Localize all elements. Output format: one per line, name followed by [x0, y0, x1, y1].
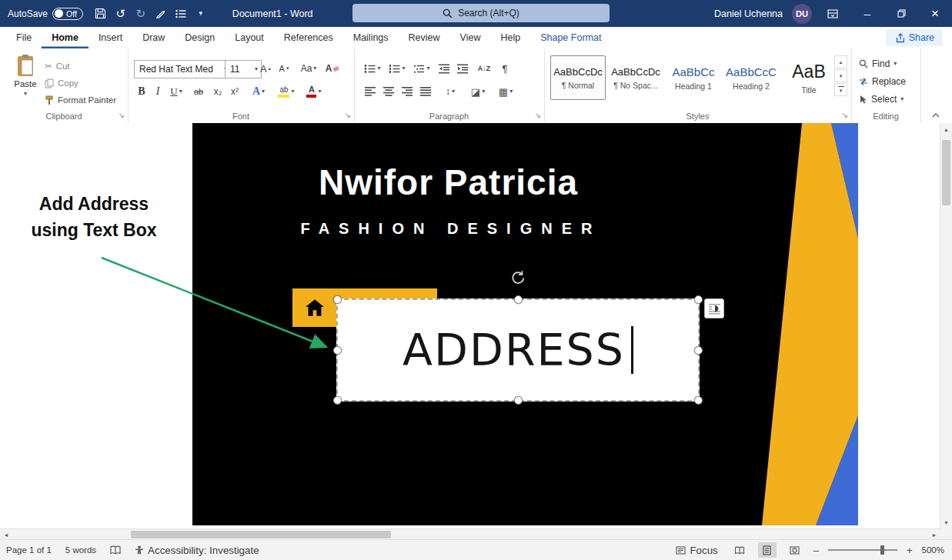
zoom-in-button[interactable]: + [907, 545, 913, 556]
scroll-left-button[interactable]: ◄ [0, 529, 12, 540]
proofing-errors-button[interactable] [110, 545, 121, 555]
style-card-normal[interactable]: AaBbCcDc ¶ Normal [550, 55, 606, 100]
qat-pen-button[interactable] [151, 4, 171, 24]
show-hide-marks-button[interactable]: ¶ [497, 60, 513, 77]
word-count[interactable]: 5 words [65, 545, 96, 555]
qat-customize-button[interactable]: ▾ [191, 4, 211, 24]
tab-references[interactable]: References [274, 27, 343, 48]
business-card-design[interactable]: Nwifor Patricia FASHION DESIGNER ADDRESS [192, 123, 858, 525]
read-mode-button[interactable] [730, 542, 749, 558]
resize-handle-middle-right[interactable] [694, 346, 703, 355]
grow-font-button[interactable]: A▴ [257, 60, 274, 77]
resize-handle-bottom-left[interactable] [333, 396, 342, 405]
page-indicator[interactable]: Page 1 of 1 [6, 545, 52, 555]
shrink-font-button[interactable]: A▾ [276, 60, 292, 77]
tab-design[interactable]: Design [175, 27, 225, 48]
clear-formatting-button[interactable]: A [323, 60, 342, 77]
tab-layout[interactable]: Layout [225, 27, 274, 48]
zoom-slider-thumb[interactable] [880, 545, 884, 555]
close-button[interactable]: × [918, 0, 952, 27]
italic-button[interactable]: I [151, 83, 165, 100]
text-effects-button[interactable]: A ▾ [248, 83, 269, 100]
font-color-button[interactable]: A ▾ [302, 83, 326, 100]
resize-handle-top-left[interactable] [333, 295, 342, 304]
select-button[interactable]: Select ▾ [859, 91, 904, 107]
sort-button[interactable]: A↓Z [474, 60, 494, 77]
avatar[interactable]: DU [792, 4, 812, 24]
font-size-select[interactable]: 11 ▾ [225, 60, 262, 78]
styles-scroll-down-button[interactable]: ▾ [834, 69, 847, 82]
qat-list-button[interactable] [171, 4, 191, 24]
align-center-button[interactable] [380, 83, 397, 100]
layout-options-button[interactable] [704, 298, 724, 318]
maximize-button[interactable] [884, 0, 918, 27]
paragraph-dialog-launcher-icon[interactable]: ↘ [535, 112, 541, 119]
scroll-up-button[interactable]: ▲ [940, 123, 952, 136]
resize-handle-top-center[interactable] [514, 295, 523, 304]
align-right-button[interactable] [399, 83, 416, 100]
share-button[interactable]: Share [886, 29, 943, 46]
horizontal-scroll-thumb[interactable] [131, 531, 391, 538]
tab-file[interactable]: File [6, 27, 42, 48]
styles-more-button[interactable]: ▾ [834, 83, 847, 96]
horizontal-scrollbar[interactable]: ◄ ► [0, 528, 940, 540]
resize-handle-top-right[interactable] [694, 295, 703, 304]
address-textbox[interactable]: ADDRESS [336, 298, 700, 402]
minimize-button[interactable]: – [850, 0, 884, 27]
zoom-slider[interactable] [828, 549, 897, 551]
zoom-out-button[interactable]: – [813, 545, 819, 556]
vertical-scrollbar[interactable]: ▲ ▼ [940, 123, 952, 529]
home-icon-box[interactable] [292, 288, 336, 327]
font-dialog-launcher-icon[interactable]: ↘ [345, 112, 351, 119]
tab-home[interactable]: Home [42, 27, 89, 48]
autosave-toggle[interactable]: AutoSave Off [8, 8, 83, 20]
subscript-button[interactable]: x₂ [209, 83, 226, 100]
cut-button[interactable]: ✂ Cut [45, 58, 70, 74]
undo-button[interactable]: ↺ [111, 4, 131, 24]
font-name-select[interactable]: Red Hat Text Med ▾ [134, 60, 231, 78]
search-input[interactable]: Search (Alt+Q) [352, 4, 610, 22]
copy-button[interactable]: Copy [45, 75, 78, 91]
scroll-right-button[interactable]: ► [928, 529, 940, 540]
web-layout-button[interactable] [786, 542, 804, 558]
tab-review[interactable]: Review [399, 27, 450, 48]
format-painter-button[interactable]: Format Painter [45, 92, 116, 108]
document-canvas[interactable]: Add Address using Text Box Nwifor Patric… [0, 123, 940, 529]
paste-button[interactable]: Paste ▾ [8, 54, 43, 109]
tab-help[interactable]: Help [490, 27, 530, 48]
style-card-no-spacing[interactable]: AaBbCcDc ¶ No Spac... [608, 55, 663, 100]
multilevel-list-button[interactable]: ▾ [411, 60, 433, 77]
zoom-level[interactable]: 500% [922, 545, 944, 555]
styles-dialog-launcher-icon[interactable]: ↘ [842, 112, 848, 119]
bold-button[interactable]: B [134, 83, 149, 100]
focus-button[interactable]: Focus [676, 545, 717, 556]
strikethrough-button[interactable]: ab [189, 83, 208, 100]
collapse-ribbon-button[interactable] [932, 113, 940, 118]
resize-handle-middle-left[interactable] [333, 346, 342, 355]
accessibility-button[interactable]: Accessibility: Investigate [135, 545, 259, 556]
clipboard-dialog-launcher-icon[interactable]: ↘ [119, 112, 125, 119]
line-spacing-button[interactable]: ↕ ▾ [439, 83, 462, 100]
redo-button[interactable]: ↻ [131, 4, 151, 24]
numbering-button[interactable]: ▾ [386, 60, 408, 77]
find-button[interactable]: Find ▾ [859, 55, 897, 72]
ribbon-display-options-button[interactable] [823, 4, 843, 24]
change-case-button[interactable]: Aa ▾ [297, 60, 320, 77]
tab-draw[interactable]: Draw [132, 27, 175, 48]
shading-button[interactable]: ◪ ▾ [466, 83, 489, 100]
bullets-button[interactable]: ▾ [362, 60, 383, 77]
highlight-color-button[interactable]: ab ▾ [274, 83, 299, 100]
rotate-handle[interactable] [509, 269, 526, 286]
tab-insert[interactable]: Insert [89, 27, 132, 48]
resize-handle-bottom-right[interactable] [694, 396, 703, 405]
borders-button[interactable]: ▦ ▾ [494, 83, 517, 100]
tab-view[interactable]: View [450, 27, 491, 48]
tab-shape-format[interactable]: Shape Format [530, 27, 611, 48]
tab-mailings[interactable]: Mailings [343, 27, 399, 48]
align-left-button[interactable] [362, 83, 379, 100]
replace-button[interactable]: Replace [859, 73, 906, 89]
style-card-heading1[interactable]: AaBbCc Heading 1 [666, 55, 721, 100]
print-layout-button[interactable] [758, 542, 777, 558]
underline-button[interactable]: U ▾ [166, 83, 186, 100]
vertical-scroll-thumb[interactable] [942, 140, 950, 205]
